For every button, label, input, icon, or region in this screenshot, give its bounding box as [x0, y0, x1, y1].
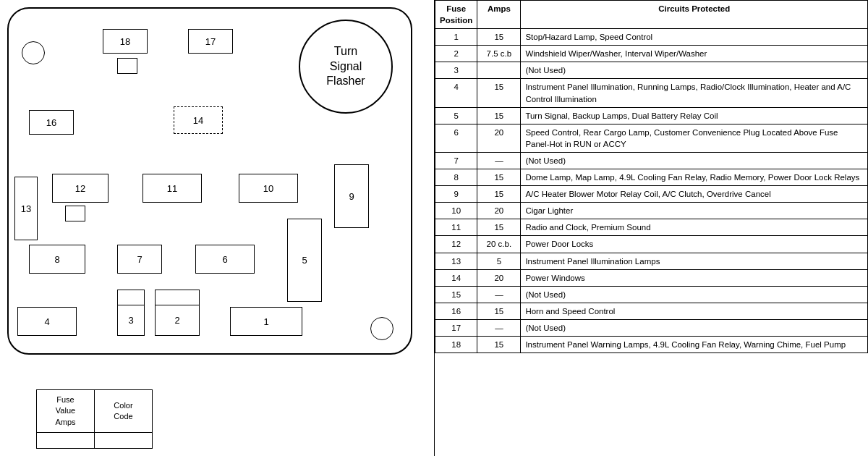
fuse-circuits-cell: Turn Signal, Backup Lamps, Dual Battery …	[521, 107, 868, 124]
fuse-circuits-cell: Speed Control, Rear Cargo Lamp, Customer…	[521, 124, 868, 152]
fuse-7: 7	[117, 245, 162, 274]
fuse-amps-cell: 15	[477, 186, 521, 203]
fuse-position-cell: 2	[435, 46, 477, 62]
fuse-1: 1	[230, 307, 302, 336]
fuse-amps-cell	[477, 62, 521, 79]
fuse-amps-cell: 20	[477, 124, 521, 152]
fuse-position-cell: 15	[435, 286, 477, 303]
fuse-box-diagram: TurnSignalFlasher 18 17 16 14 13 12 11 1…	[7, 7, 412, 355]
table-row: 135Instrument Panel Illumination Lamps	[435, 253, 868, 269]
fuse-circuits-cell: A/C Heater Blower Motor Relay Coil, A/C …	[521, 186, 868, 203]
table-row: 17—(Not Used)	[435, 319, 868, 336]
fuse-position-cell: 5	[435, 107, 477, 124]
fuse-amps-cell: 15	[477, 107, 521, 124]
fuse-position-cell: 12	[435, 236, 477, 253]
flasher-label: TurnSignalFlasher	[326, 44, 365, 89]
fuse-circuits-cell: (Not Used)	[521, 286, 868, 303]
fuse-4: 4	[17, 307, 77, 336]
fuse-position-cell: 17	[435, 319, 477, 336]
fuse-circuits-cell: Radio and Clock, Premium Sound	[521, 219, 868, 236]
flasher-circle: TurnSignalFlasher	[299, 20, 393, 114]
fuse-circuits-cell: (Not Used)	[521, 62, 868, 79]
fuse-circuits-cell: Windshield Wiper/Washer, Interval Wiper/…	[521, 46, 868, 62]
table-row: 1615Horn and Speed Control	[435, 303, 868, 319]
fuse-amps-cell: 7.5 c.b	[477, 46, 521, 62]
fuse-position-cell: 14	[435, 269, 477, 286]
fuse-amps-cell: —	[477, 286, 521, 303]
fuse-circuits-cell: (Not Used)	[521, 152, 868, 169]
lower-table-row1-col1	[37, 433, 95, 449]
fuse-amps-cell: 15	[477, 169, 521, 186]
fuse-reference-table: FusePosition Amps Circuits Protected 115…	[435, 0, 868, 353]
table-row: 815Dome Lamp, Map Lamp, 4.9L Cooling Fan…	[435, 169, 868, 186]
table-row: 1815Instrument Panel Warning Lamps, 4.9L…	[435, 336, 868, 352]
fuse-circuits-cell: Stop/Hazard Lamp, Speed Control	[521, 29, 868, 46]
table-row: 1420Power Windows	[435, 269, 868, 286]
connector-18a	[117, 58, 137, 74]
table-row: 415Instrument Panel Illumination, Runnin…	[435, 79, 868, 107]
table-row: 15—(Not Used)	[435, 286, 868, 303]
fuse-circuits-cell: Dome Lamp, Map Lamp, 4.9L Cooling Fan Re…	[521, 169, 868, 186]
fuse-amps-cell: —	[477, 319, 521, 336]
table-row: 1115Radio and Clock, Premium Sound	[435, 219, 868, 236]
table-row: 3(Not Used)	[435, 62, 868, 79]
fuse-position-cell: 4	[435, 79, 477, 107]
col-header-position: FusePosition	[435, 1, 477, 29]
table-row: 915A/C Heater Blower Motor Relay Coil, A…	[435, 186, 868, 203]
small-circle-top	[22, 41, 45, 64]
small-circle-bottom	[370, 317, 393, 340]
table-row: 515Turn Signal, Backup Lamps, Dual Batte…	[435, 107, 868, 124]
fuse-circuits-cell: Instrument Panel Warning Lamps, 4.9L Coo…	[521, 336, 868, 352]
fuse-position-cell: 11	[435, 219, 477, 236]
lower-table-header-1: FuseValueAmps	[37, 389, 95, 432]
fuse-position-cell: 16	[435, 303, 477, 319]
fuse-amps-cell: 15	[477, 29, 521, 46]
table-row: 1220 c.b.Power Door Locks	[435, 236, 868, 253]
fuse-17: 17	[188, 29, 233, 54]
fuse-amps-cell: 15	[477, 303, 521, 319]
fuse-circuits-cell: Horn and Speed Control	[521, 303, 868, 319]
right-panel: FusePosition Amps Circuits Protected 115…	[434, 0, 868, 456]
fuse-14: 14	[174, 106, 223, 134]
fuse-11: 11	[142, 174, 202, 203]
fuse-3-top	[117, 290, 145, 305]
fuse-position-cell: 10	[435, 203, 477, 219]
fuse-circuits-cell: Instrument Panel Illumination Lamps	[521, 253, 868, 269]
fuse-amps-cell: 20	[477, 203, 521, 219]
fuse-13: 13	[14, 177, 38, 240]
fuse-6: 6	[195, 245, 255, 274]
table-row: 620Speed Control, Rear Cargo Lamp, Custo…	[435, 124, 868, 152]
fuse-position-cell: 13	[435, 253, 477, 269]
fuse-amps-cell: 5	[477, 253, 521, 269]
fuse-3-bottom: 3	[117, 305, 145, 336]
fuse-12: 12	[52, 174, 109, 203]
left-panel: TurnSignalFlasher 18 17 16 14 13 12 11 1…	[0, 0, 434, 456]
fuse-amps-cell: 20	[477, 269, 521, 286]
fuse-10: 10	[239, 174, 298, 203]
fuse-circuits-cell: Instrument Panel Illumination, Running L…	[521, 79, 868, 107]
fuse-position-cell: 7	[435, 152, 477, 169]
lower-table-row1-col2	[95, 433, 153, 449]
connector-12a	[65, 206, 85, 221]
fuse-amps-cell: 20 c.b.	[477, 236, 521, 253]
fuse-amps-cell: —	[477, 152, 521, 169]
fuse-position-cell: 1	[435, 29, 477, 46]
fuse-5: 5	[287, 219, 322, 302]
table-row: 7—(Not Used)	[435, 152, 868, 169]
fuse-2-bottom: 2	[155, 305, 200, 336]
fuse-position-cell: 6	[435, 124, 477, 152]
fuse-18: 18	[103, 29, 148, 54]
lower-fuse-table: FuseValueAmps ColorCode	[36, 389, 153, 449]
col-header-amps: Amps	[477, 1, 521, 29]
fuse-position-cell: 3	[435, 62, 477, 79]
fuse-circuits-cell: (Not Used)	[521, 319, 868, 336]
fuse-amps-cell: 15	[477, 336, 521, 352]
table-row: 115Stop/Hazard Lamp, Speed Control	[435, 29, 868, 46]
lower-table-header-2: ColorCode	[95, 389, 153, 432]
fuse-circuits-cell: Cigar Lighter	[521, 203, 868, 219]
table-row: 1020Cigar Lighter	[435, 203, 868, 219]
fuse-circuits-cell: Power Windows	[521, 269, 868, 286]
fuse-16: 16	[29, 110, 74, 135]
fuse-2-top	[155, 290, 200, 305]
col-header-circuits: Circuits Protected	[521, 1, 868, 29]
